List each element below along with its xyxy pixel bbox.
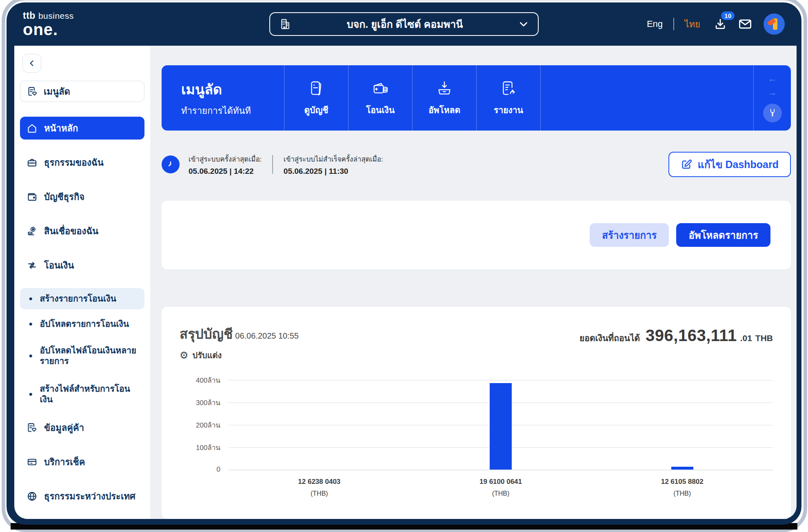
sidebar-subitem-label: อัปโหลดไฟล์โอนเงินหลายรายการ [40, 345, 141, 367]
last-login-block: เข้าสู่ระบบครั้งล่าสุดเมื่อ: 05.06.2025 … [189, 153, 262, 176]
sidebar-subitem-label: สร้างไฟล์สำหรับการโอนเงิน [40, 383, 141, 405]
bar-account-2[interactable] [490, 383, 512, 470]
bullet-icon: • [29, 318, 32, 330]
carousel-prev-arrow[interactable]: ← [768, 73, 777, 84]
sidebar-subitem-label: สร้างรายการโอนเงิน [40, 293, 116, 304]
failed-login-block: เข้าสู่ระบบไม่สำเร็จครั้งล่าสุดเมื่อ: 05… [284, 153, 383, 176]
logo-brand: ttb [23, 10, 36, 21]
upload-transaction-button[interactable]: อัพโหลดรายการ [676, 223, 770, 247]
logo-product: one. [23, 21, 74, 38]
lang-eng[interactable]: Eng [647, 19, 663, 29]
sidebar-item-label: ธุรกรรมระหว่างประเทศ [44, 489, 135, 503]
y-axis-tick: 300ล้าน [180, 397, 220, 408]
main-content: เมนูลัด ทำรายการได้ทันที ดูบัญชี [150, 46, 797, 519]
bullet-icon: • [29, 350, 32, 362]
quick-action-reports[interactable]: รายงาน [476, 65, 540, 131]
edit-pencil-icon [681, 159, 692, 170]
summary-header: สรุปบัญชี 06.06.2025 10:55 ⚙ ปรับแต่ง ยอ… [180, 323, 773, 362]
sidebar-subitem-create-transfer[interactable]: • สร้างรายการโอนเงิน [20, 288, 144, 309]
sidebar-subitem-upload-bulk-file[interactable]: • อัปโหลดไฟล์โอนเงินหลายรายการ [20, 339, 144, 373]
account-number: 19 6100 0641 [410, 478, 592, 486]
body-row: เมนูลัด หน้าหลัก ธุรกรรมของฉัน บัญชีธุรก… [7, 46, 801, 519]
report-doc-icon [499, 80, 518, 98]
quick-action-label: โอนเงิน [366, 103, 395, 117]
edit-dashboard-label: แก้ไข Dashboard [698, 156, 779, 173]
company-selector-label: บจก. ยูเอ็ก ดีไซต์ คอมพานี [291, 16, 518, 32]
screenshot-stage: ttbbusiness one. บจก. ยูเอ็ก ดีไซต์ คอมพ… [0, 0, 808, 532]
x-axis-label: 19 6100 0641 (THB) [410, 478, 592, 497]
sidebar-subitem-create-transfer-file[interactable]: • สร้างไฟล์สำหรับการโอนเงิน [20, 377, 144, 411]
account-number: 12 6105 8802 [591, 478, 773, 486]
bullet-icon: • [29, 293, 32, 305]
quick-action-upload[interactable]: อัพโหลด [412, 65, 476, 131]
top-right-controls: Eng ไทย 10 [647, 13, 785, 35]
downloads-button[interactable]: 10 [713, 17, 727, 31]
wallet-icon [27, 191, 38, 202]
wallet-coins-icon [371, 80, 390, 98]
sidebar-item-label: บัญชีธุรกิจ [44, 190, 84, 204]
cheque-icon [27, 457, 38, 468]
quick-menu-title: เมนูลัด [181, 78, 284, 100]
account-currency-unit: (THB) [591, 490, 773, 497]
sidebar-item-cheque-service[interactable]: บริการเช็ค [20, 450, 144, 473]
sidebar-collapse-button[interactable] [22, 54, 41, 73]
sidebar-item-my-transactions[interactable]: ธุรกรรมของฉัน [20, 151, 144, 174]
sidebar-subitem-label: อัปโหลดรายการโอนเงิน [40, 319, 129, 329]
home-icon [27, 123, 38, 134]
quick-action-transfer[interactable]: โอนเงิน [348, 65, 412, 131]
ttb-business-one-logo: ttbbusiness one. [23, 11, 74, 38]
y-axis-tick: 200ล้าน [180, 419, 220, 430]
gridline-zero [229, 470, 773, 470]
account-currency-unit: (THB) [410, 490, 592, 497]
sidebar-item-partners[interactable]: ข้อมูลคู่ค้า [20, 416, 144, 439]
sidebar-item-business-accounts[interactable]: บัญชีธุรกิจ [20, 185, 144, 208]
transfer-icon [27, 260, 38, 271]
quick-menu-banner: เมนูลัด ทำรายการได้ทันที ดูบัญชี [162, 65, 791, 131]
y-axis-tick: 100ล้าน [180, 442, 220, 453]
login-info-row: เข้าสู่ระบบครั้งล่าสุดเมื่อ: 05.06.2025 … [162, 152, 791, 177]
quick-action-view-accounts[interactable]: ดูบัญชี [284, 65, 348, 131]
last-login-label: เข้าสู่ระบบครั้งล่าสุดเมื่อ: [189, 153, 262, 164]
avatar[interactable] [763, 13, 785, 35]
balance-label: ยอดเงินที่ถอนได้ [579, 331, 640, 345]
briefcase-icon [27, 157, 38, 168]
customize-button[interactable]: ⚙ ปรับแต่ง [180, 349, 299, 362]
app-window: ttbbusiness one. บจก. ยูเอ็ก ดีไซต์ คอมพ… [7, 2, 801, 525]
summary-header-left: สรุปบัญชี 06.06.2025 10:55 ⚙ ปรับแต่ง [180, 323, 299, 362]
carousel-next-arrow[interactable]: → [768, 87, 777, 98]
bar-column [410, 380, 592, 470]
upload-basket-icon [435, 80, 454, 98]
sidebar-item-my-loans[interactable]: สินเชื่อของฉัน [20, 219, 144, 242]
account-currency-unit: (THB) [229, 490, 410, 497]
sidebar-item-label: โอนเงิน [44, 258, 74, 273]
quick-menu-rail: ← → [753, 65, 791, 131]
customize-label: ปรับแต่ง [193, 349, 222, 362]
create-transaction-button[interactable]: สร้างรายการ [590, 223, 669, 247]
bar-column [229, 380, 410, 470]
bars-area [229, 380, 773, 470]
failed-login-value: 05.06.2025 | 11:30 [284, 167, 383, 176]
last-login-value: 05.06.2025 | 14:22 [189, 167, 262, 176]
sidebar-item-label: หน้าหลัก [44, 121, 78, 135]
account-balance-bar-chart: 400ล้าน 300ล้าน 200ล้าน 100ล้าน 0 [180, 380, 773, 470]
sidebar: เมนูลัด หน้าหลัก ธุรกรรมของฉัน บัญชีธุรก… [14, 46, 150, 519]
failed-login-label: เข้าสู่ระบบไม่สำเร็จครั้งล่าสุดเมื่อ: [284, 153, 383, 164]
sidebar-subitem-upload-transfer[interactable]: • อัปโหลดรายการโอนเงิน [20, 313, 144, 335]
mail-icon[interactable] [738, 17, 753, 31]
edit-dashboard-button[interactable]: แก้ไข Dashboard [668, 152, 791, 177]
bar-account-3[interactable] [671, 467, 693, 470]
logo-suffix: business [38, 11, 74, 20]
sidebar-item-transfer[interactable]: โอนเงิน [20, 254, 144, 277]
lang-thai[interactable]: ไทย [685, 17, 700, 31]
company-selector[interactable]: บจก. ยูเอ็ก ดีไซต์ คอมพานี [269, 12, 539, 36]
sidebar-item-shortcut-menu[interactable]: เมนูลัด [20, 81, 144, 102]
summary-title: สรุปบัญชี [180, 323, 233, 345]
withdrawable-balance: ยอดเงินที่ถอนได้ 396,163,111 .01 THB [579, 326, 773, 345]
account-summary-card: สรุปบัญชี 06.06.2025 10:55 ⚙ ปรับแต่ง ยอ… [162, 307, 791, 519]
sidebar-item-home[interactable]: หน้าหลัก [20, 117, 144, 140]
sidebar-item-international[interactable]: ธุรกรรมระหว่างประเทศ [20, 485, 144, 508]
summary-timestamp: 06.06.2025 10:55 [235, 331, 299, 341]
sidebar-item-label: ธุรกรรมของฉัน [44, 155, 104, 170]
building-icon [279, 18, 291, 30]
customize-quick-menu-button[interactable] [763, 104, 782, 122]
